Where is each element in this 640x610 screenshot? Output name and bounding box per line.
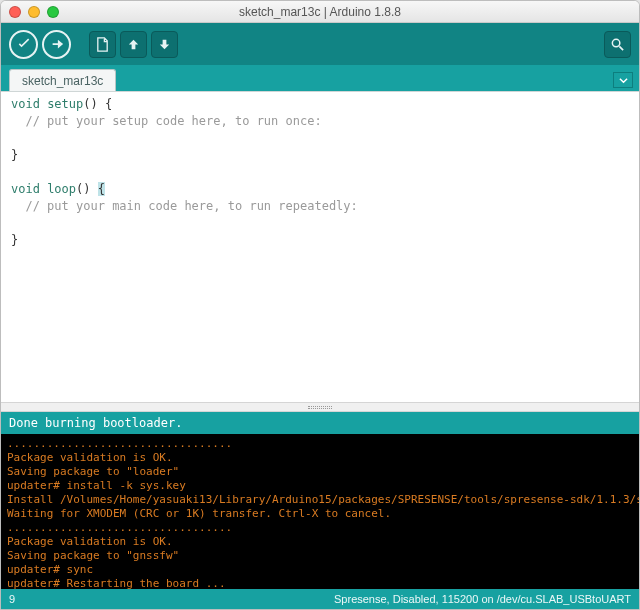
svg-point-0: [612, 39, 620, 47]
window-controls: [9, 6, 59, 18]
close-window-button[interactable]: [9, 6, 21, 18]
save-sketch-button[interactable]: [151, 31, 178, 58]
mac-title-bar[interactable]: sketch_mar13c | Arduino 1.8.8: [1, 1, 639, 23]
open-sketch-button[interactable]: [120, 31, 147, 58]
panel-splitter[interactable]: [1, 402, 639, 412]
magnifier-icon: [610, 37, 625, 52]
verify-button[interactable]: [9, 30, 38, 59]
tabs-menu-button[interactable]: [613, 72, 633, 88]
status-message: Done burning bootloader.: [1, 412, 639, 434]
serial-monitor-button[interactable]: [604, 31, 631, 58]
check-icon: [17, 37, 31, 51]
sketch-tab[interactable]: sketch_mar13c: [9, 69, 116, 91]
minimize-window-button[interactable]: [28, 6, 40, 18]
zoom-window-button[interactable]: [47, 6, 59, 18]
line-number-indicator: 9: [9, 593, 15, 605]
toolbar: [1, 23, 639, 65]
footer-bar: 9 Spresense, Disabled, 115200 on /dev/cu…: [1, 589, 639, 609]
arduino-ide-window: sketch_mar13c | Arduino 1.8.8: [0, 0, 640, 610]
output-console[interactable]: .................................. Packa…: [1, 434, 639, 589]
chevron-down-icon: [619, 76, 628, 85]
arrow-up-icon: [126, 37, 141, 52]
tabs-row: sketch_mar13c: [1, 65, 639, 91]
file-icon: [95, 37, 110, 52]
new-sketch-button[interactable]: [89, 31, 116, 58]
window-title: sketch_mar13c | Arduino 1.8.8: [1, 5, 639, 19]
code-editor[interactable]: void setup() { // put your setup code he…: [1, 91, 639, 402]
upload-button[interactable]: [42, 30, 71, 59]
board-port-indicator: Spresense, Disabled, 115200 on /dev/cu.S…: [334, 593, 631, 605]
arrow-down-icon: [157, 37, 172, 52]
arrow-right-icon: [50, 37, 64, 51]
